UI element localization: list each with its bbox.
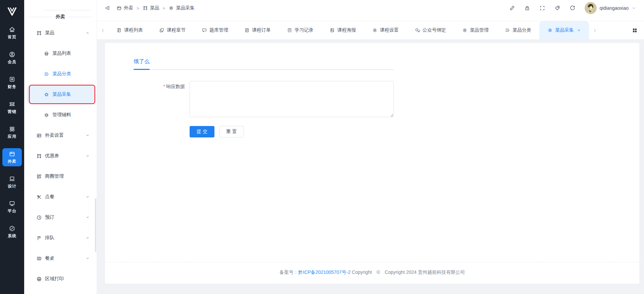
tabs-scroll-right-button[interactable] <box>589 21 600 39</box>
refresh-button[interactable] <box>569 5 576 11</box>
tab-dish-collect[interactable]: 菜品采集 <box>539 21 589 39</box>
rail-item-label: 财务 <box>8 84 16 90</box>
chevron-down-icon <box>632 6 636 10</box>
chat-bind-icon <box>415 28 420 33</box>
copyright-text: Copyright 2024 贵州越前科技有限公司 <box>385 269 465 275</box>
tab-dish-management[interactable]: 菜品管理 <box>454 21 497 39</box>
open-tabs: 课程列表 课程章节 题库管理 课程订单 学习记录 课程海报 课程设置 公众号绑定… <box>108 21 625 39</box>
sidebar-item-dish-collect[interactable]: 菜品采集 <box>27 86 94 103</box>
rail-item-label: 会员 <box>8 59 16 65</box>
sidebar-scrollbar[interactable] <box>95 198 96 252</box>
sidebar-item-reservation[interactable]: 预订 <box>27 209 94 226</box>
main-area: 外卖 > 菜品 > 菜品采集 qidiangaoxiao 课程列表 <box>97 0 644 294</box>
icp-link[interactable]: 黔ICP备2021005707号-2 <box>298 269 351 275</box>
breadcrumb: 外卖 > 菜品 > 菜品采集 <box>116 5 195 11</box>
breadcrumb-item-dishes[interactable]: 菜品 <box>143 5 159 11</box>
system-icon <box>9 225 15 232</box>
form-buttons: 提 交 重 置 <box>190 126 394 137</box>
lock-screen-button[interactable] <box>524 5 530 11</box>
tab-course-settings[interactable]: 课程设置 <box>364 21 407 39</box>
rail-item-takeout[interactable]: 外卖 <box>2 148 22 166</box>
sidebar-item-area-print[interactable]: 区域打印 <box>27 270 94 287</box>
tab-course-list[interactable]: 课程列表 <box>108 21 151 39</box>
tags-button[interactable] <box>554 5 560 11</box>
clock-icon <box>36 215 42 220</box>
response-data-textarea[interactable] <box>190 81 394 117</box>
rail-item-member[interactable]: 会员 <box>2 49 22 67</box>
tab-strip: 课程列表 课程章节 题库管理 课程订单 学习记录 课程海报 课程设置 公众号绑定… <box>97 21 644 40</box>
finance-icon <box>9 76 15 83</box>
sidebar-item-queue[interactable]: 排队 <box>27 229 94 246</box>
sidebar-item-dish-list[interactable]: 菜品列表 <box>27 45 94 62</box>
chevron-down-icon <box>85 256 90 261</box>
sidebar-item-coupons[interactable]: 优惠券 <box>27 148 94 164</box>
rail-item-label: 营销 <box>8 109 16 115</box>
tab-course-poster[interactable]: 课程海报 <box>321 21 364 39</box>
tab-eleme[interactable]: 饿了么 <box>134 58 150 69</box>
tab-study-records[interactable]: 学习记录 <box>279 21 321 39</box>
tab-dish-category[interactable]: 菜品分类 <box>497 21 539 39</box>
sidebar-item-tables[interactable]: 餐桌 <box>27 250 94 267</box>
rail-item-system[interactable]: 系统 <box>2 223 22 241</box>
platform-icon <box>9 200 15 207</box>
rail-item-label: 应用 <box>8 134 16 139</box>
book-icon <box>116 28 122 33</box>
collect-gear-icon <box>168 5 174 11</box>
gear-icon <box>462 28 467 33</box>
submit-button[interactable]: 提 交 <box>190 126 214 137</box>
poster-icon <box>330 28 335 33</box>
rail-item-design[interactable]: 设计 <box>2 173 22 191</box>
rail-item-label: 首页 <box>8 34 16 40</box>
takeout-icon <box>9 151 15 157</box>
secondary-sidebar: 外卖 菜品 菜品列表 菜品分类 菜品采集 管理辅料 外卖设置 优惠券 商圈管理 … <box>24 0 97 294</box>
app-logo[interactable] <box>6 6 18 18</box>
reset-button[interactable]: 重 置 <box>219 126 244 137</box>
rail-item-home[interactable]: 首页 <box>2 24 22 42</box>
design-icon <box>9 175 15 182</box>
link-icon <box>509 5 515 11</box>
sidebar-item-takeout-settings[interactable]: 外卖设置 <box>27 127 94 144</box>
required-asterisk: * <box>163 84 165 89</box>
blocks-icon <box>36 174 42 179</box>
comment-icon <box>202 28 207 33</box>
sidebar-item-ordering[interactable]: 点餐 <box>27 188 94 205</box>
collect-form: *响应数据 <box>134 81 394 117</box>
tabs-scroll-left-button[interactable] <box>97 21 108 39</box>
username: qidiangaoxiao <box>600 5 629 11</box>
user-menu[interactable]: qidiangaoxiao <box>585 2 636 14</box>
home-icon <box>9 26 15 33</box>
tab-course-chapters[interactable]: 课程章节 <box>151 21 194 39</box>
tab-options-button[interactable] <box>625 21 644 39</box>
sidebar-menu: 菜品 菜品列表 菜品分类 菜品采集 管理辅料 外卖设置 优惠券 商圈管理 点餐 … <box>24 25 97 287</box>
nodes-icon <box>143 5 148 11</box>
sidebar-item-district-management[interactable]: 商圈管理 <box>27 168 94 185</box>
share-link-button[interactable] <box>509 5 515 11</box>
rail-item-apps[interactable]: 应用 <box>2 123 22 141</box>
breadcrumb-item-dish-collect[interactable]: 菜品采集 <box>168 5 195 11</box>
sidebar-item-dish-category[interactable]: 菜品分类 <box>27 66 94 82</box>
tab-official-account-binding[interactable]: 公众号绑定 <box>407 21 454 39</box>
marketing-icon <box>9 101 15 108</box>
chevron-right-icon <box>593 28 597 33</box>
tab-question-bank[interactable]: 题库管理 <box>194 21 236 39</box>
breadcrumb-separator: > <box>137 6 139 11</box>
tab-course-orders[interactable]: 课程订单 <box>236 21 279 39</box>
close-tab-icon[interactable] <box>577 28 581 32</box>
rail-item-label: 系统 <box>8 233 16 239</box>
tag-icon <box>554 5 560 11</box>
copy-icon <box>159 28 164 33</box>
sidebar-item-manage-ingredients[interactable]: 管理辅料 <box>27 107 94 123</box>
fullscreen-icon <box>539 5 545 11</box>
rail-item-finance[interactable]: 财务 <box>2 74 22 92</box>
chevron-up-icon <box>85 31 90 35</box>
chevron-down-icon <box>85 215 90 220</box>
sidebar-item-dishes-group[interactable]: 菜品 <box>27 25 94 41</box>
idcard-icon <box>36 133 42 138</box>
primary-rail: 首页 会员 财务 营销 应用 外卖 设计 平台 系统 <box>0 0 24 294</box>
rail-item-platform[interactable]: 平台 <box>2 198 22 216</box>
collapse-sidebar-button[interactable] <box>104 5 110 11</box>
chevron-down-icon <box>85 154 90 158</box>
rail-item-marketing[interactable]: 营销 <box>2 98 22 117</box>
fullscreen-button[interactable] <box>539 5 545 11</box>
breadcrumb-item-takeout[interactable]: 外卖 <box>116 5 133 11</box>
